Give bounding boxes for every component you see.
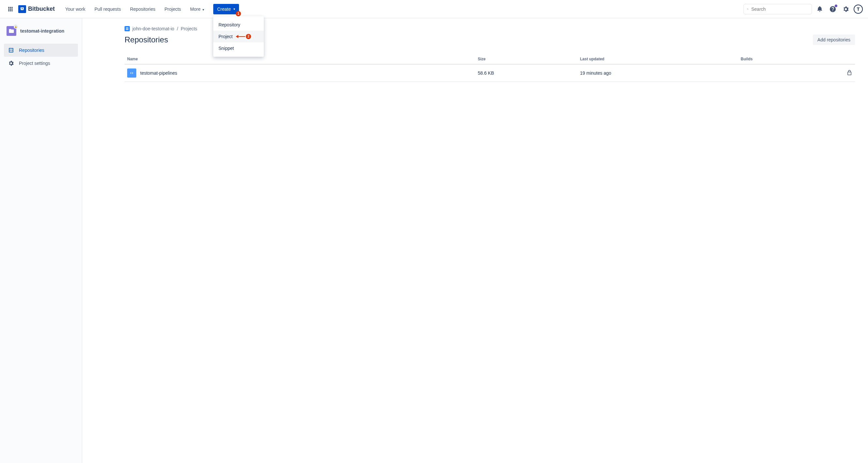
nav-your-work[interactable]: Your work (61, 4, 89, 14)
create-button[interactable]: Create ▾ 1 Repository Project 2 Snippet (213, 4, 239, 14)
code-icon (129, 71, 134, 75)
code-icon (8, 47, 14, 54)
column-header-builds[interactable]: Builds (738, 54, 855, 64)
chevron-down-icon: ▾ (234, 7, 235, 11)
annotation-badge-2: 2 (246, 34, 251, 39)
breadcrumb-separator: / (177, 26, 178, 31)
create-menu-project-label: Project (218, 34, 233, 39)
create-button-label: Create (217, 6, 231, 12)
app-switcher-button[interactable] (5, 4, 16, 14)
top-nav: Bitbucket Your work Pull requests Reposi… (0, 0, 868, 18)
lock-icon: 🔒 (14, 25, 18, 29)
brand-link[interactable]: Bitbucket (18, 5, 55, 13)
notifications-button[interactable] (814, 4, 825, 14)
repo-name-cell: testomat-pipelines (127, 68, 472, 78)
nav-projects[interactable]: Projects (161, 4, 185, 14)
bell-icon (816, 5, 823, 13)
settings-button[interactable] (841, 4, 851, 14)
page-title: Repositories (125, 35, 168, 44)
nav-pull-requests[interactable]: Pull requests (91, 4, 125, 14)
repo-size: 58.6 KB (475, 64, 578, 82)
nav-items: Your work Pull requests Repositories Pro… (61, 4, 239, 14)
search-icon (747, 6, 749, 12)
bitbucket-icon (18, 5, 26, 13)
search-input[interactable] (751, 6, 808, 12)
create-menu-project[interactable]: Project 2 (213, 31, 264, 42)
repo-name: testomat-pipelines (140, 70, 177, 75)
notification-dot-icon (835, 5, 837, 7)
brand-label: Bitbucket (28, 5, 55, 12)
gear-icon (842, 5, 849, 13)
project-avatar: 🔒 (6, 26, 16, 36)
main-content: john-doe-testomat-io / Projects Reposito… (82, 18, 868, 463)
annotation-arrow: 2 (236, 34, 251, 39)
sidebar: 🔒 testomat-integration Repositories Proj… (0, 18, 82, 463)
nav-more-label: More (190, 6, 200, 12)
add-repositories-button[interactable]: Add repositories (813, 35, 855, 45)
gear-icon (8, 60, 14, 66)
workspace-icon (125, 26, 130, 31)
search-box[interactable] (743, 4, 812, 14)
create-dropdown: Repository Project 2 Snippet (213, 16, 264, 57)
lock-icon (846, 70, 852, 75)
help-button[interactable] (828, 4, 838, 14)
create-menu-repository[interactable]: Repository (213, 19, 264, 31)
nav-more[interactable]: More ▾ (186, 4, 208, 14)
avatar-button[interactable]: T (854, 5, 863, 14)
layout: 🔒 testomat-integration Repositories Proj… (0, 18, 868, 463)
nav-repositories[interactable]: Repositories (126, 4, 159, 14)
breadcrumb-projects[interactable]: Projects (181, 26, 197, 31)
sidebar-item-repositories[interactable]: Repositories (4, 44, 78, 57)
column-header-last-updated[interactable]: Last updated (578, 54, 738, 64)
column-header-size[interactable]: Size (475, 54, 578, 64)
project-header[interactable]: 🔒 testomat-integration (4, 25, 78, 37)
sidebar-item-project-settings[interactable]: Project settings (4, 57, 78, 70)
annotation-badge-1: 1 (236, 11, 241, 16)
table-row[interactable]: testomat-pipelines 58.6 KB 19 minutes ag… (125, 64, 855, 82)
sidebar-item-label: Repositories (19, 48, 44, 53)
chevron-down-icon: ▾ (203, 8, 204, 11)
project-name: testomat-integration (20, 28, 64, 34)
grid-icon (7, 6, 14, 12)
repo-last-updated: 19 minutes ago (578, 64, 738, 82)
folder-icon (8, 28, 14, 34)
nav-right: T (743, 4, 863, 14)
repo-icon (127, 68, 136, 78)
create-menu-snippet[interactable]: Snippet (213, 42, 264, 54)
column-header-name[interactable]: Name (125, 54, 475, 64)
sidebar-item-label: Project settings (19, 61, 50, 66)
breadcrumb-workspace[interactable]: john-doe-testomat-io (132, 26, 174, 31)
repositories-table: Name Size Last updated Builds testomat-p… (125, 54, 855, 82)
